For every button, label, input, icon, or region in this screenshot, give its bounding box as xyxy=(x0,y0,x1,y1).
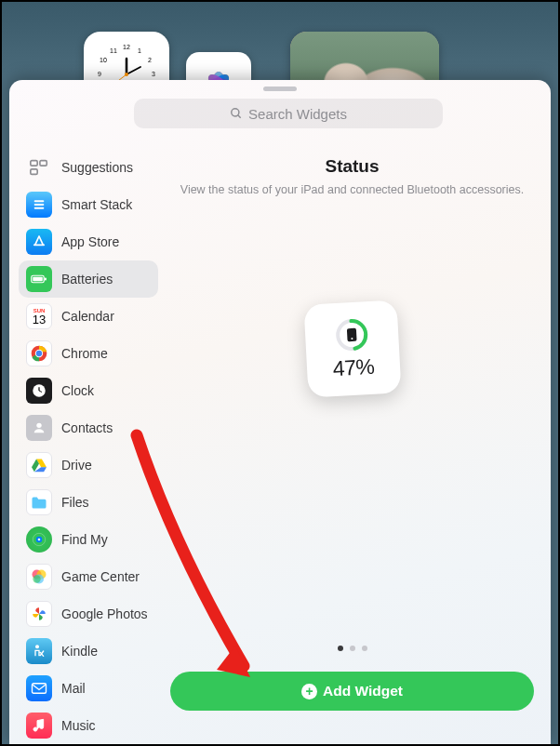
battery-ring-icon xyxy=(334,316,369,352)
svg-rect-34 xyxy=(45,278,47,281)
widget-gallery-sheet: Search Widgets Suggestions Smart Stack A… xyxy=(9,80,551,744)
music-icon xyxy=(26,713,52,739)
svg-point-48 xyxy=(33,575,40,582)
svg-rect-27 xyxy=(40,161,47,167)
svg-rect-29 xyxy=(34,200,45,202)
sidebar-item-calendar[interactable]: SUN 13 Calendar xyxy=(19,298,158,335)
sidebar-item-drive[interactable]: Drive xyxy=(19,446,158,484)
find-my-icon xyxy=(26,526,52,553)
svg-point-24 xyxy=(232,109,239,116)
svg-text:3: 3 xyxy=(152,71,155,77)
page-dot xyxy=(338,646,343,651)
calendar-icon: SUN 13 xyxy=(26,303,52,329)
battery-percent-label: 47% xyxy=(332,353,375,380)
sidebar-item-clock[interactable]: Clock xyxy=(19,372,158,409)
svg-text:9: 9 xyxy=(98,71,101,77)
sidebar-item-label: Drive xyxy=(61,458,92,473)
sidebar-item-music[interactable]: Music xyxy=(19,707,158,744)
google-photos-icon xyxy=(26,601,52,627)
clock-icon xyxy=(26,378,52,404)
sidebar-item-label: Mail xyxy=(61,681,86,696)
sidebar-item-chrome[interactable]: Chrome xyxy=(19,335,158,372)
svg-rect-50 xyxy=(33,684,47,694)
sidebar-item-label: Clock xyxy=(61,383,94,398)
svg-text:11: 11 xyxy=(110,47,117,54)
svg-rect-31 xyxy=(34,207,45,209)
svg-rect-33 xyxy=(33,277,43,282)
search-icon xyxy=(230,107,243,120)
app-store-icon xyxy=(26,229,52,255)
sidebar-item-batteries[interactable]: Batteries xyxy=(19,260,158,298)
widget-source-list[interactable]: Suggestions Smart Stack App Store Batter… xyxy=(19,149,158,744)
svg-text:1: 1 xyxy=(138,47,141,54)
sidebar-item-google-photos[interactable]: Google Photos xyxy=(19,595,158,633)
sidebar-item-suggestions[interactable]: Suggestions xyxy=(19,149,158,186)
svg-point-49 xyxy=(35,645,39,648)
game-center-icon xyxy=(26,564,52,590)
sidebar-item-game-center[interactable]: Game Center xyxy=(19,558,158,595)
svg-line-25 xyxy=(238,115,241,118)
sidebar-item-label: Contacts xyxy=(61,420,113,435)
sidebar-item-mail[interactable]: Mail xyxy=(19,670,158,707)
sidebar-item-label: Batteries xyxy=(61,272,113,286)
sidebar-item-kindle[interactable]: Kindle xyxy=(19,633,158,670)
sidebar-item-label: Suggestions xyxy=(61,160,133,175)
batteries-icon xyxy=(26,266,52,292)
mail-icon xyxy=(26,675,52,701)
smart-stack-icon xyxy=(26,192,52,218)
sidebar-item-label: Kindle xyxy=(61,644,98,659)
battery-status-widget-preview[interactable]: 47% xyxy=(303,300,401,397)
sidebar-item-app-store[interactable]: App Store xyxy=(19,223,158,260)
sidebar-item-files[interactable]: Files xyxy=(19,484,158,521)
page-indicator[interactable] xyxy=(338,646,367,651)
widget-preview-pane: Status View the status of your iPad and … xyxy=(163,149,541,744)
sidebar-item-label: Music xyxy=(61,718,96,733)
sidebar-item-smart-stack[interactable]: Smart Stack xyxy=(19,186,158,223)
svg-rect-26 xyxy=(31,161,37,167)
sidebar-item-label: Calendar xyxy=(61,309,114,324)
sheet-grabber[interactable] xyxy=(263,87,297,91)
svg-line-13 xyxy=(127,67,140,74)
svg-rect-30 xyxy=(34,204,45,206)
svg-rect-28 xyxy=(31,169,37,175)
sidebar-item-contacts[interactable]: Contacts xyxy=(19,409,158,446)
contacts-icon xyxy=(26,415,52,441)
svg-point-15 xyxy=(125,73,128,76)
svg-text:10: 10 xyxy=(100,57,107,63)
add-widget-label: Add Widget xyxy=(323,683,403,699)
sidebar-item-label: Smart Stack xyxy=(61,197,132,212)
sidebar-item-label: Find My xyxy=(61,532,108,547)
search-widgets-field[interactable]: Search Widgets xyxy=(134,99,443,128)
suggestions-icon xyxy=(26,154,52,180)
svg-point-37 xyxy=(36,351,42,356)
kindle-icon xyxy=(26,638,52,664)
preview-title: Status xyxy=(325,156,379,177)
chrome-icon xyxy=(26,340,52,366)
svg-text:2: 2 xyxy=(148,57,152,63)
sidebar-item-label: Game Center xyxy=(61,569,140,584)
page-dot xyxy=(362,646,367,651)
sidebar-item-label: Chrome xyxy=(61,346,108,361)
add-widget-button[interactable]: + Add Widget xyxy=(170,672,534,711)
page-dot xyxy=(350,646,355,651)
svg-rect-53 xyxy=(346,327,356,341)
sidebar-item-find-my[interactable]: Find My xyxy=(19,521,158,558)
plus-circle-icon: + xyxy=(301,684,317,699)
files-icon xyxy=(26,489,52,515)
svg-text:12: 12 xyxy=(123,44,130,50)
drive-icon xyxy=(26,452,52,478)
sidebar-item-label: Google Photos xyxy=(61,606,148,621)
preview-subtitle: View the status of your iPad and connect… xyxy=(180,182,524,198)
sidebar-item-label: App Store xyxy=(61,234,119,249)
svg-point-41 xyxy=(36,423,41,428)
search-placeholder: Search Widgets xyxy=(248,106,347,122)
sidebar-item-label: Files xyxy=(61,495,89,510)
svg-point-44 xyxy=(38,539,41,541)
